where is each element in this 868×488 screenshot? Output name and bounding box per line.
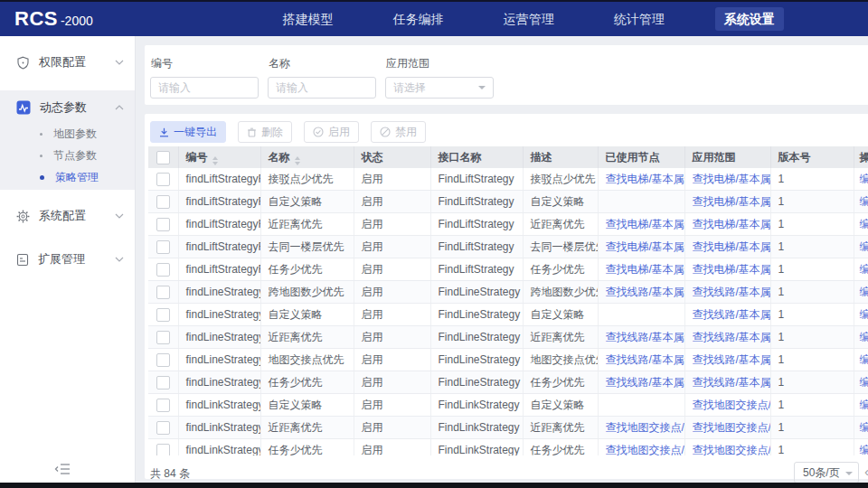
edit-link[interactable]: 编辑 <box>860 421 868 434</box>
sidebar-subitem-map-params[interactable]: 地图参数 <box>0 123 135 145</box>
row-checkbox[interactable] <box>156 376 170 389</box>
cell-used-nodes-link[interactable]: 查找电梯/基本属性/查找 <box>598 258 684 281</box>
sidebar-item-permission-config[interactable]: 权限配置 <box>0 47 135 78</box>
edit-link[interactable]: 编辑 <box>860 376 868 389</box>
cell-used-nodes-link[interactable]: 查找电梯/基本属性/查找 <box>598 168 684 191</box>
edit-link[interactable]: 编辑 <box>860 331 868 343</box>
row-checkbox[interactable] <box>156 263 170 277</box>
cell-scope-link[interactable]: 查找电梯/基本属性/查找 <box>684 191 770 213</box>
cell-used-nodes-link[interactable]: 查找线路/基本属性/查找 <box>598 281 684 304</box>
cell-scope-link[interactable]: 查找线路/基本属性/查找 <box>684 326 770 349</box>
filter-label: 应用范围 <box>386 56 494 71</box>
sort-carets-icon[interactable] <box>295 156 300 165</box>
edit-link[interactable]: 编辑 <box>860 218 868 230</box>
cell-version: 1 <box>770 258 854 281</box>
disable-button[interactable]: 禁用 <box>371 121 426 143</box>
cell-used-nodes-link[interactable]: 查找地图交接点/基本属性 <box>598 439 684 456</box>
column-label: 版本号 <box>778 151 811 164</box>
select-all-checkbox[interactable] <box>156 151 170 164</box>
column-header-id[interactable]: 编号 <box>178 146 260 168</box>
nav-item-operation-management[interactable]: 运营管理 <box>495 7 563 31</box>
row-checkbox[interactable] <box>156 218 170 231</box>
total-count: 共 84 条 <box>150 466 190 482</box>
sidebar-item-dynamic-params[interactable]: 动态参数 <box>0 92 135 123</box>
scope-filter-select[interactable]: 请选择 <box>385 77 494 99</box>
sidebar-subitem-strategy-management[interactable]: 策略管理 <box>0 166 135 188</box>
edit-link[interactable]: 编辑 <box>860 240 868 253</box>
cell-used-nodes-link[interactable]: 查找线路/基本属性/查找 <box>598 326 684 349</box>
row-checkbox[interactable] <box>156 286 170 299</box>
cell-actions: 编辑 <box>854 213 868 236</box>
row-checkbox[interactable] <box>156 331 170 344</box>
row-checkbox[interactable] <box>156 195 170 209</box>
cell-scope-link[interactable]: 查找地图交接点/基本属性 <box>684 394 770 417</box>
row-checkbox[interactable] <box>156 240 170 254</box>
sidebar-collapse-button[interactable] <box>54 463 71 475</box>
sidebar-item-extension-management[interactable]: 扩展管理 <box>0 244 135 275</box>
name-filter-input[interactable]: 请输入 <box>268 77 376 99</box>
cell-scope-link[interactable]: 查找电梯/基本属性/查找 <box>684 168 770 191</box>
cell-scope-link[interactable]: 查找地图交接点/基本属性 <box>684 439 770 456</box>
cell-scope-link[interactable]: 查找电梯/基本属性/查找 <box>684 213 770 236</box>
export-button[interactable]: 一键导出 <box>150 121 226 143</box>
cell-used-nodes-link[interactable]: 查找电梯/基本属性/查找 <box>598 236 684 258</box>
cell-interface: FindLiftStrategy <box>430 258 523 281</box>
cell-scope-link[interactable]: 查找线路/基本属性/查找 <box>684 304 770 326</box>
shield-icon <box>16 56 30 70</box>
cell-scope-link[interactable]: 查找线路/基本属性/查找 <box>684 281 770 304</box>
row-checkbox[interactable] <box>156 173 170 186</box>
edit-link[interactable]: 编辑 <box>860 286 868 298</box>
edit-link[interactable]: 编辑 <box>860 263 868 276</box>
edit-link[interactable]: 编辑 <box>860 399 868 411</box>
sidebar-item-system-config[interactable]: 系统配置 <box>0 201 135 231</box>
prev-page-button[interactable]: ‹ <box>864 464 868 479</box>
cell-id: findLinkStrategyFor... <box>178 394 260 417</box>
cell-used-nodes-link[interactable]: 查找地图交接点/基本属性 <box>598 417 684 439</box>
row-checkbox[interactable] <box>156 444 170 455</box>
ban-circle-icon <box>380 127 391 137</box>
cell-status: 启用 <box>354 349 430 371</box>
cell-scope-link[interactable]: 查找电梯/基本属性/查找 <box>684 258 770 281</box>
edit-link[interactable]: 编辑 <box>860 195 868 208</box>
edit-link[interactable]: 编辑 <box>860 308 868 321</box>
column-header-name[interactable]: 名称 <box>260 146 354 168</box>
cell-scope-link[interactable]: 查找电梯/基本属性/查找 <box>684 236 770 258</box>
input-placeholder: 请输入 <box>158 80 191 96</box>
row-checkbox[interactable] <box>156 421 170 435</box>
sort-carets-icon[interactable] <box>212 156 218 165</box>
brand-suffix: -2000 <box>61 14 93 28</box>
cell-actions: 编辑 <box>854 349 868 371</box>
cell-actions: 编辑 <box>854 371 868 394</box>
page-size-select[interactable]: 50条/页 <box>794 462 859 483</box>
nav-item-statistics-management[interactable]: 统计管理 <box>605 7 674 31</box>
id-filter-input[interactable]: 请输入 <box>150 77 259 99</box>
cell-scope-link[interactable]: 查找线路/基本属性/查找 <box>684 349 770 371</box>
enable-button[interactable]: 启用 <box>304 121 359 143</box>
row-checkbox[interactable] <box>156 308 170 322</box>
cell-interface: FindLinkStrategy <box>430 394 523 417</box>
nav-item-task-orchestration[interactable]: 任务编排 <box>384 7 453 31</box>
nav-item-system-settings[interactable]: 系统设置 <box>715 7 784 31</box>
column-label: 名称 <box>269 151 290 164</box>
cell-status: 启用 <box>354 236 430 258</box>
bullet-dot-icon <box>40 133 42 136</box>
cell-status: 启用 <box>354 191 430 213</box>
sidebar-subitem-node-params[interactable]: 节点参数 <box>0 145 135 166</box>
edit-link[interactable]: 编辑 <box>860 353 868 366</box>
edit-link[interactable]: 编辑 <box>860 173 868 185</box>
cell-used-nodes-link[interactable]: 查找线路/基本属性/查找 <box>598 349 684 371</box>
brand-name: RCS <box>14 7 58 31</box>
brand-logo: RCS -2000 <box>14 7 93 31</box>
cell-used-nodes-link[interactable]: 查找线路/基本属性/查找 <box>598 371 684 394</box>
cell-scope-link[interactable]: 查找线路/基本属性/查找 <box>684 371 770 394</box>
cell-status: 启用 <box>354 326 430 349</box>
page-size-label: 50条/页 <box>803 465 840 481</box>
cell-scope-link[interactable]: 查找地图交接点/基本属性 <box>684 417 770 439</box>
row-checkbox[interactable] <box>156 399 170 412</box>
delete-button[interactable]: 删除 <box>238 121 292 143</box>
cell-used-nodes-link[interactable]: 查找电梯/基本属性/查找 <box>598 213 684 236</box>
nav-item-build-model[interactable]: 搭建模型 <box>274 7 343 31</box>
row-checkbox[interactable] <box>156 353 170 367</box>
top-nav: 搭建模型 任务编排 运营管理 统计管理 系统设置 <box>274 7 784 31</box>
edit-link[interactable]: 编辑 <box>860 444 868 456</box>
